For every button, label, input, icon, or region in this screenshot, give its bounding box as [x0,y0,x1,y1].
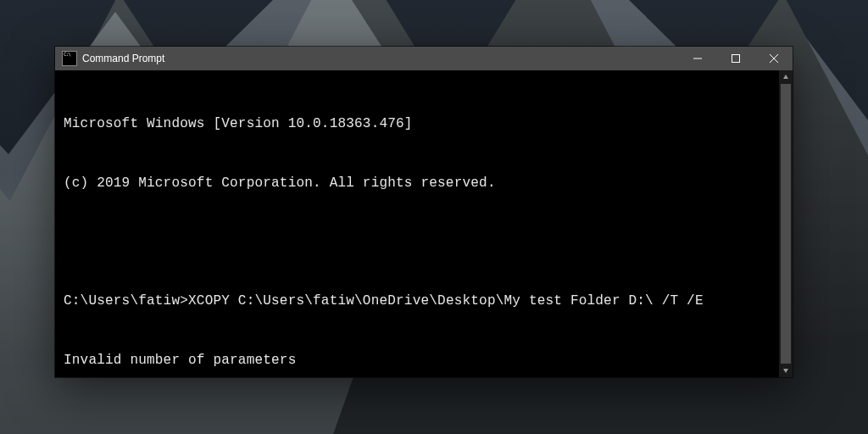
command-line: C:\Users\fatiw>XCOPY C:\Users\fatiw\OneD… [64,292,774,311]
vertical-scrollbar[interactable] [779,70,793,377]
scroll-down-button[interactable] [779,364,793,377]
scroll-thumb[interactable] [781,84,791,364]
maximize-button[interactable] [716,47,754,70]
blank-line [64,233,774,253]
cmd-icon [62,51,77,66]
copyright-line: (c) 2019 Microsoft Corporation. All righ… [64,174,774,193]
minimize-button[interactable] [678,47,716,70]
window-title: Command Prompt [82,53,164,64]
terminal-output[interactable]: Microsoft Windows [Version 10.0.18363.47… [55,70,793,377]
window-titlebar[interactable]: Command Prompt [55,47,793,70]
prompt-text: C:\Users\fatiw> [64,293,188,309]
command-text: XCOPY C:\Users\fatiw\OneDrive\Desktop\My… [188,293,704,309]
scroll-up-button[interactable] [779,70,793,84]
close-button[interactable] [754,47,793,70]
terminal-area[interactable]: Microsoft Windows [Version 10.0.18363.47… [55,70,793,377]
svg-rect-0 [732,55,739,63]
command-prompt-window: Command Prompt Microsoft Windows [Versio… [55,47,793,377]
os-version-line: Microsoft Windows [Version 10.0.18363.47… [64,114,774,134]
error-line: Invalid number of parameters [64,351,774,370]
